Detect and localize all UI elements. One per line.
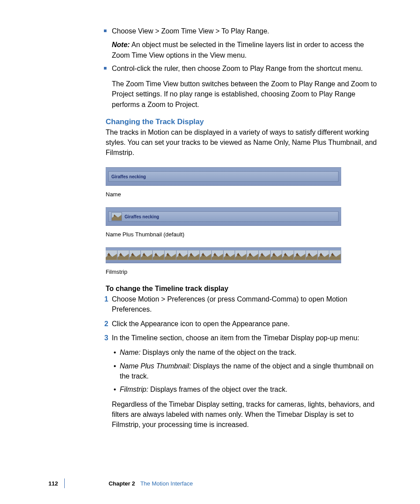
filmstrip-frame-icon	[247, 250, 259, 260]
bullet-dot-icon: •	[114, 385, 116, 395]
step-number: 1	[99, 294, 108, 305]
filmstrip-frame-icon	[212, 250, 224, 260]
option-desc: Displays only the name of the object on …	[140, 349, 296, 356]
filmstrip-frame-icon	[141, 250, 153, 260]
step-text: Click the Appearance icon to open the Ap…	[112, 320, 290, 327]
page-number: 112	[48, 480, 64, 485]
step-text: Choose Motion > Preferences (or press Co…	[112, 295, 347, 313]
filmstrip-frame-icon	[271, 250, 283, 260]
footer-divider-icon	[64, 478, 65, 484]
option-term: Name Plus Thumbnail:	[120, 362, 191, 370]
track-caption: Name	[106, 191, 378, 198]
filmstrip-frame-icon	[329, 250, 341, 260]
track-caption: Name Plus Thumbnail (default)	[106, 231, 378, 238]
track-example-name-thumbnail: Giraffes necking	[106, 207, 378, 226]
option-item: • Name: Displays only the name of the ob…	[112, 348, 378, 358]
track-clip-label: Giraffes necking	[125, 214, 159, 219]
filmstrip-frame-icon	[259, 250, 271, 260]
filmstrip-frame-icon	[177, 250, 188, 260]
square-bullet-icon	[104, 67, 107, 70]
section-heading: Changing the Track Display	[106, 118, 378, 126]
track-clip-label: Giraffes necking	[111, 174, 146, 179]
square-bullet-icon	[104, 29, 107, 32]
bullet-text: Choose View > Zoom Time View > To Play R…	[112, 27, 269, 35]
filmstrip-frame-icon	[235, 250, 247, 260]
step-number: 2	[99, 319, 108, 329]
bullet-item: Control-click the ruler, then choose Zoo…	[106, 64, 378, 110]
filmstrip-frame-icon	[188, 250, 200, 260]
option-term: Name:	[120, 349, 140, 356]
page-footer: 112 Chapter 2 The Motion Interface	[0, 478, 420, 484]
step-item: 1 Choose Motion > Preferences (or press …	[106, 294, 378, 314]
thumbnail-icon	[111, 212, 122, 221]
bullet-text: Control-click the ruler, then choose Zoo…	[112, 65, 363, 72]
step-item: 2 Click the Appearance icon to open the …	[106, 319, 378, 329]
option-item: • Filmstrip: Displays frames of the obje…	[112, 385, 378, 395]
chapter-title: The Motion Interface	[140, 480, 193, 485]
filmstrip-frame-icon	[294, 250, 306, 260]
section-intro: The tracks in Motion can be displayed in…	[106, 127, 378, 158]
filmstrip-frame-icon	[129, 250, 141, 260]
page-content: Choose View > Zoom Time View > To Play R…	[0, 0, 420, 484]
bullet-item: Choose View > Zoom Time View > To Play R…	[106, 26, 378, 60]
track-example-filmstrip	[106, 247, 378, 263]
filmstrip-frame-icon	[153, 250, 165, 260]
track-caption: Filmstrip	[106, 269, 378, 275]
note-text: An object must be selected in the Timeli…	[112, 41, 364, 59]
note-label: Note:	[112, 41, 130, 48]
option-term: Filmstrip:	[120, 386, 148, 393]
option-item: • Name Plus Thumbnail: Displays the name…	[112, 361, 378, 381]
filmstrip-frame-icon	[200, 250, 212, 260]
filmstrip-frame-icon	[165, 250, 177, 260]
filmstrip-frame-icon	[318, 250, 330, 260]
filmstrip-frame-icon	[306, 250, 318, 260]
filmstrip-frame-icon	[282, 250, 294, 260]
track-example-name: Giraffes necking	[106, 167, 378, 186]
bullet-dot-icon: •	[114, 361, 116, 372]
procedure-closing: Regardless of the Timebar Display settin…	[106, 399, 378, 430]
filmstrip-frame-icon	[106, 250, 118, 260]
filmstrip-frame-icon	[224, 250, 236, 260]
chapter-label: Chapter 2	[109, 480, 140, 485]
filmstrip-frame-icon	[118, 250, 129, 260]
procedure-heading: To change the Timeline track display	[106, 285, 378, 293]
step-number: 3	[99, 333, 108, 343]
bullet-dot-icon: •	[114, 348, 116, 358]
step-text: In the Timeline section, choose an item …	[112, 334, 359, 342]
step-item: 3 In the Timeline section, choose an ite…	[106, 333, 378, 343]
option-desc: Displays frames of the object over the t…	[148, 386, 287, 393]
bullet-followup: The Zoom Time View button switches betwe…	[112, 80, 377, 108]
